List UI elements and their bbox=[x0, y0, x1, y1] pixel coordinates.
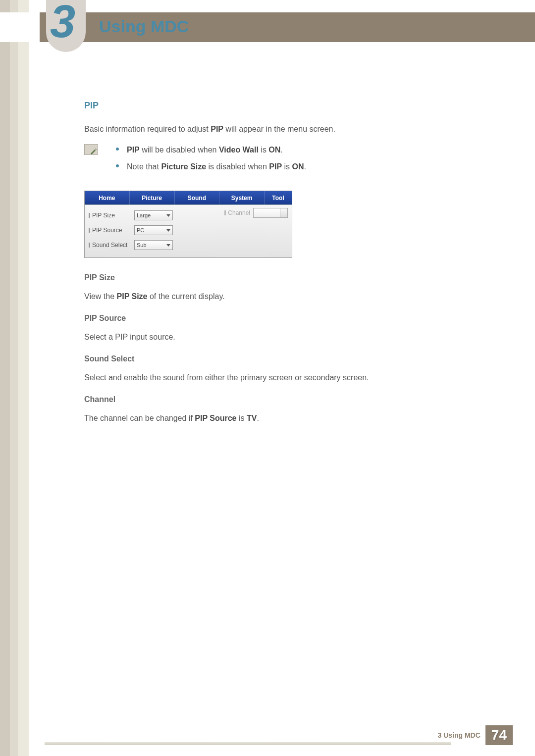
row-channel: Channel bbox=[224, 208, 288, 218]
text-sound-select: Select and enable the sound from either … bbox=[84, 372, 461, 384]
label-pip-size: PIP Size bbox=[89, 211, 134, 220]
text-pip-source: Select a PIP input source. bbox=[84, 331, 461, 343]
spinner-channel[interactable] bbox=[253, 208, 288, 218]
footer-page-number: 74 bbox=[485, 725, 513, 745]
tab-tool[interactable]: Tool bbox=[265, 191, 292, 204]
left-margin-stripes bbox=[0, 0, 29, 756]
section-heading-pip: PIP bbox=[84, 99, 461, 112]
chapter-title: Using MDC bbox=[99, 17, 189, 36]
row-sound-select: Sound Select Sub bbox=[89, 238, 288, 252]
tab-home[interactable]: Home bbox=[85, 191, 130, 204]
tab-system[interactable]: System bbox=[219, 191, 265, 204]
subhead-channel: Channel bbox=[84, 394, 461, 405]
row-pip-source: PIP Source PC bbox=[89, 223, 288, 238]
chevron-up-icon[interactable] bbox=[283, 210, 286, 212]
label-channel: Channel bbox=[224, 208, 250, 217]
note-item-1: PIP will be disabled when Video Wall is … bbox=[116, 144, 306, 156]
select-pip-source[interactable]: PC bbox=[134, 225, 173, 235]
note-block: PIP will be disabled when Video Wall is … bbox=[84, 144, 461, 178]
footer: 3 Using MDC 74 bbox=[438, 725, 513, 745]
label-sound-select: Sound Select bbox=[89, 241, 134, 250]
tab-bar: Home Picture Sound System Tool bbox=[85, 191, 292, 205]
chevron-down-icon[interactable] bbox=[283, 214, 286, 216]
select-sound-select[interactable]: Sub bbox=[134, 240, 173, 250]
select-pip-size[interactable]: Large bbox=[134, 210, 173, 220]
content-area: PIP Basic information required to adjust… bbox=[84, 99, 461, 434]
note-icon bbox=[84, 144, 98, 155]
note-item-2: Note that Picture Size is disabled when … bbox=[116, 161, 306, 173]
tab-sound[interactable]: Sound bbox=[175, 191, 220, 204]
subhead-sound-select: Sound Select bbox=[84, 353, 461, 365]
text-pip-size: View the PIP Size of the current display… bbox=[84, 291, 461, 302]
intro-paragraph: Basic information required to adjust PIP… bbox=[84, 123, 461, 135]
subhead-pip-size: PIP Size bbox=[84, 272, 461, 284]
chapter-number: 3 bbox=[50, 0, 75, 44]
footer-chapter-label: 3 Using MDC bbox=[438, 731, 481, 739]
pip-settings-screenshot: Home Picture Sound System Tool PIP Size … bbox=[84, 191, 292, 258]
tab-picture[interactable]: Picture bbox=[130, 191, 175, 204]
note-bullet-list: PIP will be disabled when Video Wall is … bbox=[116, 144, 306, 178]
text-channel: The channel can be changed if PIP Source… bbox=[84, 412, 461, 424]
footer-divider bbox=[45, 742, 451, 745]
label-pip-source: PIP Source bbox=[89, 226, 134, 235]
settings-panel: PIP Size Large PIP Source PC Sound Selec… bbox=[85, 205, 292, 257]
subhead-pip-source: PIP Source bbox=[84, 312, 461, 324]
